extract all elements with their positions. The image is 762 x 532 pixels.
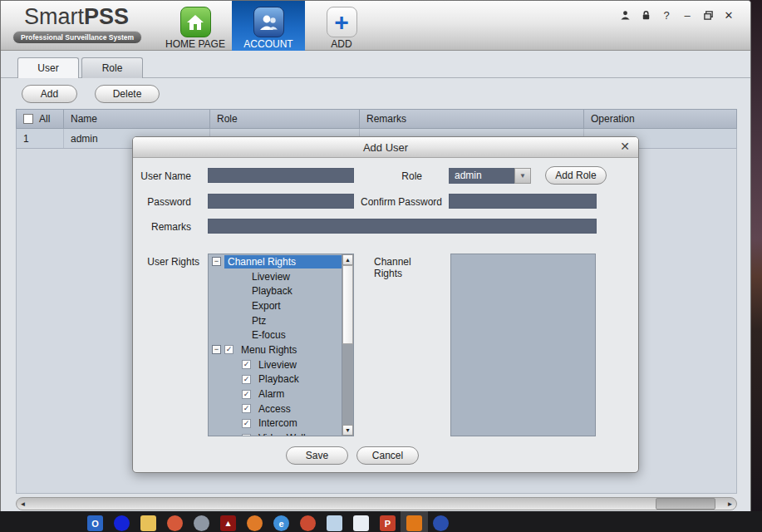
dialog-buttons: Save Cancel: [133, 446, 638, 465]
tree-item-export[interactable]: Export: [209, 298, 342, 313]
tab-account[interactable]: ACCOUNT: [232, 1, 305, 51]
gray-app-icon[interactable]: [194, 515, 209, 531]
account-icon: [253, 7, 284, 37]
horizontal-scrollbar[interactable]: ◄ ►: [16, 497, 737, 510]
blue-app-icon[interactable]: [114, 515, 130, 531]
scroll-left-arrow-icon[interactable]: ◄: [17, 498, 29, 510]
confirm-password-input[interactable]: [449, 194, 597, 209]
brand-regular: Smart: [24, 4, 84, 29]
add-button[interactable]: Add: [22, 85, 77, 103]
tab-home-label: HOME PAGE: [165, 38, 225, 50]
user-rights-label: User Rights: [140, 256, 199, 268]
user-name-input[interactable]: [208, 168, 354, 183]
scrollbar-thumb[interactable]: [656, 498, 715, 510]
tree-checkbox[interactable]: ✓: [242, 419, 251, 428]
tree-item-liveview[interactable]: ✓Liveview: [209, 357, 342, 372]
tree-item-playback[interactable]: Playback: [209, 283, 342, 298]
tree-scrollbar[interactable]: ▲ ▼: [342, 254, 353, 436]
tree-item-liveview[interactable]: Liveview: [209, 269, 342, 284]
column-header-all[interactable]: All: [17, 110, 64, 128]
window-app-icon[interactable]: [353, 515, 369, 531]
scroll-up-arrow-icon[interactable]: ▲: [342, 254, 353, 265]
tree-scrollbar-thumb[interactable]: [342, 265, 353, 344]
outlook-icon[interactable]: O: [87, 515, 103, 531]
role-select[interactable]: admin ▼: [449, 168, 531, 184]
tab-role[interactable]: Role: [81, 57, 143, 78]
column-header-role[interactable]: Role: [210, 110, 360, 128]
add-icon: +: [327, 7, 357, 37]
tree-items: −Channel RightsLiveviewPlaybackExportPtz…: [209, 254, 342, 436]
collapse-icon[interactable]: −: [212, 345, 221, 354]
header-tabs: HOME PAGE ACCOUNT + ADD: [159, 1, 378, 51]
user-name-label: User Name: [140, 170, 191, 182]
notepad-icon[interactable]: [327, 515, 342, 531]
role-label: Role: [399, 170, 422, 182]
brand-bold: PSS: [84, 4, 129, 29]
add-user-dialog: Add User ✕ User Name Role admin ▼ Add Ro…: [132, 136, 639, 473]
ie-icon[interactable]: e: [273, 515, 289, 531]
lock-icon[interactable]: [639, 8, 652, 22]
minimize-icon[interactable]: –: [681, 8, 694, 22]
tab-home-page[interactable]: HOME PAGE: [159, 1, 232, 51]
dialog-title: Add User: [363, 141, 408, 154]
remarks-input[interactable]: [208, 219, 597, 234]
add-role-button[interactable]: Add Role: [545, 166, 607, 185]
password-label: Password: [140, 196, 191, 208]
tab-add[interactable]: + ADD: [305, 1, 378, 51]
tree-checkbox[interactable]: ✓: [242, 375, 251, 384]
os-taskbar: O▴eP: [0, 511, 762, 532]
app-logo: SmartPSS Professional Surveillance Syste…: [12, 4, 145, 44]
column-header-remarks[interactable]: Remarks: [360, 110, 584, 128]
user-icon[interactable]: [618, 8, 632, 22]
browser-icon[interactable]: [167, 515, 183, 531]
smartpss-task-icon[interactable]: [406, 515, 422, 531]
tree-checkbox[interactable]: ✓: [224, 345, 234, 354]
password-input[interactable]: [208, 194, 354, 209]
tree-item-intercom[interactable]: ✓Intercom: [209, 416, 342, 431]
tree-item-menu-rights[interactable]: −✓Menu Rights: [209, 342, 342, 357]
dialog-close-icon[interactable]: ✕: [620, 140, 630, 153]
chevron-down-icon[interactable]: ▼: [514, 168, 531, 184]
home-icon: [180, 7, 211, 37]
channel-rights-label: Channel Rights: [374, 256, 442, 279]
restore-icon[interactable]: [701, 8, 715, 22]
reader-icon[interactable]: ▴: [220, 515, 236, 531]
brand-tagline: Professional Surveillance System: [12, 31, 142, 44]
tab-account-label: ACCOUNT: [243, 38, 293, 50]
collapse-icon[interactable]: −: [212, 257, 221, 266]
tree-checkbox[interactable]: ✓: [242, 404, 251, 413]
smartpss-window: SmartPSS Professional Surveillance Syste…: [0, 0, 751, 512]
scroll-right-arrow-icon[interactable]: ►: [724, 498, 736, 510]
close-icon[interactable]: ✕: [722, 8, 735, 22]
user-rights-tree[interactable]: −Channel RightsLiveviewPlaybackExportPtz…: [208, 254, 354, 436]
scrollbar-track[interactable]: [29, 498, 724, 510]
remarks-label: Remarks: [140, 221, 191, 233]
table-header-row: AllNameRoleRemarksOperation: [16, 109, 737, 129]
tree-item-alarm[interactable]: ✓Alarm: [209, 387, 342, 401]
user-toolbar: Add Delete: [22, 85, 160, 103]
tree-item-access[interactable]: ✓Access: [209, 401, 342, 416]
column-header-operation[interactable]: Operation: [584, 110, 736, 128]
chrome-icon[interactable]: [300, 515, 316, 531]
firefox-icon[interactable]: [247, 515, 263, 531]
powerpoint-icon[interactable]: P: [380, 515, 396, 531]
select-all-checkbox[interactable]: [23, 114, 33, 124]
tree-checkbox[interactable]: ✓: [242, 434, 251, 436]
tree-item-channel-rights[interactable]: −Channel Rights: [209, 254, 342, 269]
tree-item-video-wall[interactable]: ✓Video Wall: [209, 431, 342, 436]
cancel-button[interactable]: Cancel: [356, 446, 419, 465]
column-header-name[interactable]: Name: [64, 110, 210, 128]
folder-icon[interactable]: [140, 515, 156, 531]
tree-item-playback[interactable]: ✓Playback: [209, 372, 342, 387]
scroll-down-arrow-icon[interactable]: ▼: [342, 425, 353, 436]
tab-user[interactable]: User: [17, 57, 79, 78]
tree-checkbox[interactable]: ✓: [242, 390, 251, 399]
delete-button[interactable]: Delete: [95, 85, 160, 103]
tree-checkbox[interactable]: ✓: [242, 360, 251, 369]
tree-item-ptz[interactable]: Ptz: [209, 313, 342, 328]
messenger-icon[interactable]: [433, 515, 449, 531]
channel-rights-panel: [450, 254, 596, 436]
tree-item-e-focus[interactable]: E-focus: [209, 328, 342, 342]
save-button[interactable]: Save: [286, 446, 348, 465]
help-icon[interactable]: ?: [660, 8, 673, 22]
